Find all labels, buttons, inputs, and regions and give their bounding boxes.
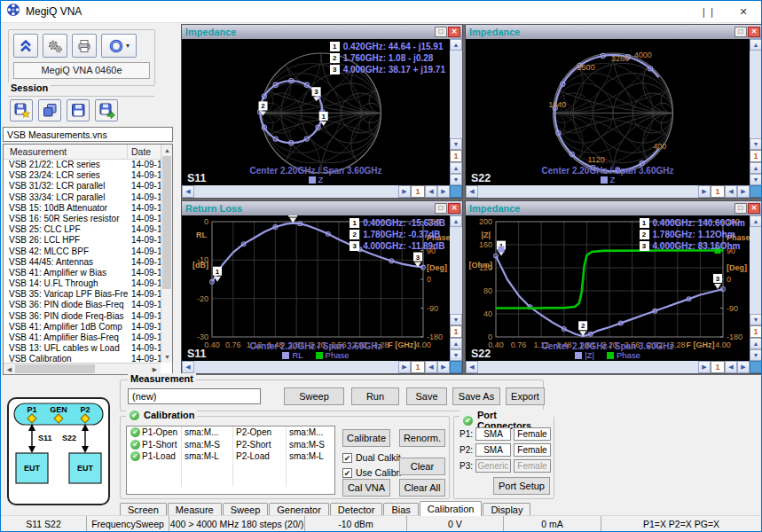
port-type-box[interactable]: SMA	[475, 427, 511, 441]
chart-vertical-scrollbar[interactable]: ▲▼1▲▼	[450, 215, 462, 361]
calibration-row[interactable]: ✔P1-Opensma:M...P2-Opensma:M...	[127, 426, 334, 439]
measurement-list-row[interactable]: VSB 13: UFL cables w Load14-09-1	[4, 343, 161, 354]
trace-page-number[interactable]: 1	[750, 150, 762, 162]
measurement-list-row[interactable]: VSB 35: Varicap LPF Bias-Freq14-09-1	[4, 289, 161, 300]
scroll-left-arrow-icon[interactable]: ◀	[182, 361, 194, 373]
connect-button[interactable]	[13, 34, 38, 58]
chart-vertical-scrollbar[interactable]: ▲▼1▲▼	[750, 215, 762, 361]
measurement-list-row[interactable]: VSB 26: LCL HPF14-09-1	[4, 235, 161, 246]
scroll-up-arrow-icon[interactable]: ▲	[750, 39, 762, 51]
chart-window-titlebar[interactable]: Impedance□✕	[182, 25, 462, 39]
scroll-right-arrow-icon[interactable]: ▶	[437, 361, 450, 373]
scroll-right-arrow-icon[interactable]: ▶	[398, 361, 411, 373]
trace-page-number[interactable]: 1	[411, 185, 425, 198]
checkbox-icon[interactable]: ✔	[342, 468, 352, 478]
port-gender-box[interactable]: Female	[514, 459, 551, 473]
scroll-right-arrow-icon[interactable]: ▶	[437, 185, 450, 198]
close-button[interactable]: ✕	[748, 203, 760, 214]
chart-horizontal-scrollbar[interactable]: ◀▶1◀▶	[466, 361, 762, 373]
save-button[interactable]: Save	[406, 387, 447, 405]
scroll-right-arrow-icon[interactable]: ▶	[737, 185, 750, 198]
scroll-track[interactable]	[450, 227, 462, 314]
scroll-left-arrow-icon[interactable]: ◀	[725, 361, 737, 373]
scroll-down-arrow-icon[interactable]: ▼	[450, 138, 462, 150]
port-gender-box[interactable]: Female	[514, 427, 551, 441]
session-file-input[interactable]	[3, 127, 173, 142]
close-button[interactable]: ✕	[448, 27, 460, 37]
run-button[interactable]: Run	[351, 387, 399, 405]
close-button[interactable]: ✕	[748, 27, 760, 37]
close-button[interactable]: ✕	[726, 1, 761, 22]
cal-vna-button[interactable]: Cal VNA	[342, 479, 390, 497]
scroll-down-arrow-icon[interactable]: ▼	[750, 174, 762, 185]
chart-horizontal-scrollbar[interactable]: ◀▶1◀▶	[182, 361, 462, 373]
chart-horizontal-scrollbar[interactable]: ◀▶1◀▶	[466, 185, 762, 198]
scroll-up-arrow-icon[interactable]: ▲	[750, 162, 762, 174]
scroll-left-arrow-icon[interactable]: ◀	[466, 361, 478, 373]
port-type-box[interactable]: Generic	[475, 459, 511, 473]
scroll-track[interactable]	[450, 51, 462, 138]
measurement-list-row[interactable]: VSB 31/32: LCR parallel14-09-1	[4, 181, 161, 192]
scroll-left-arrow-icon[interactable]: ◀	[425, 185, 437, 198]
scroll-down-arrow-icon[interactable]: ▼	[450, 174, 462, 185]
scroll-right-arrow-icon[interactable]: ▶	[698, 361, 711, 373]
scroll-down-arrow-icon[interactable]: ▼	[750, 349, 762, 361]
calibration-row[interactable]: ✔P1-Loadsma:M-LP2-Loadsma:M-L	[127, 450, 334, 463]
measurement-list-row[interactable]: VSB 36: PIN diode Bias-Freq14-09-1	[4, 300, 161, 310]
open-session-button[interactable]	[38, 99, 61, 121]
port-type-box[interactable]: SMA	[475, 443, 511, 457]
scroll-left-arrow-icon[interactable]: ◀	[466, 185, 478, 198]
measurement-list-row[interactable]: VSB 44/45: Antennas14-09-1	[4, 257, 161, 268]
clear-all-button[interactable]: Clear All	[399, 479, 445, 497]
scroll-track[interactable]	[194, 361, 398, 373]
column-header-measurement[interactable]: Measurement	[4, 145, 128, 159]
port-gender-box[interactable]: Female	[514, 443, 551, 457]
checkbox-use-calibr-[interactable]: ✔Use Calibr.	[342, 467, 401, 478]
scroll-track[interactable]	[194, 185, 398, 198]
port-setup-button[interactable]: Port Setup	[493, 477, 550, 495]
trace-page-number[interactable]: 1	[411, 361, 425, 373]
measurement-list-row[interactable]: VSB 15: 10dB Attenuator14-09-1	[4, 203, 161, 214]
measurement-name-input[interactable]	[128, 388, 261, 404]
new-session-button[interactable]	[10, 99, 33, 121]
scroll-track[interactable]	[478, 361, 698, 373]
titlebar[interactable]: MegiQ VNA ❘❘ ✕	[1, 1, 761, 23]
measurement-list-row[interactable]: VSB 41: Amplifier Bias-Freq14-09-1	[4, 332, 161, 343]
save-as-button[interactable]: Save As	[452, 387, 500, 405]
measurement-list-row[interactable]: VSB 14: U.FL Through14-09-1	[4, 278, 161, 289]
tab-sweep[interactable]: Sweep	[223, 503, 269, 516]
export-button[interactable]: Export	[506, 387, 545, 405]
measurement-list-row[interactable]: VSB 21/22: LCR series14-09-1	[4, 160, 161, 170]
scroll-right-arrow-icon[interactable]: ▶	[737, 361, 750, 373]
scroll-track[interactable]	[750, 227, 762, 314]
trace-page-number[interactable]: 1	[711, 185, 725, 198]
measurement-list-header[interactable]: Measurement Date	[4, 145, 172, 160]
scroll-down-arrow-icon[interactable]: ▼	[450, 314, 462, 325]
measurement-list-row[interactable]: VSB 25: CLC LPF14-09-1	[4, 224, 161, 235]
save-session-button[interactable]	[67, 99, 90, 121]
scroll-down-arrow-icon[interactable]: ▼	[750, 314, 762, 325]
measurement-list-row[interactable]: VSB 41: Amplifier w Bias14-09-1	[4, 268, 161, 278]
scroll-down-arrow-icon[interactable]: ▼	[750, 138, 762, 150]
scroll-down-arrow-icon[interactable]: ▼	[450, 349, 462, 361]
measurement-list-row[interactable]: VSB 41: Amplifier 1dB Comp14-09-1	[4, 322, 161, 332]
chart-horizontal-scrollbar[interactable]: ◀▶1◀▶	[182, 185, 462, 198]
maximize-button[interactable]: □	[735, 203, 747, 214]
scroll-up-arrow-icon[interactable]: ▲	[750, 338, 762, 349]
scroll-up-arrow-icon[interactable]: ▲	[750, 215, 762, 227]
close-button[interactable]: ✕	[448, 203, 460, 214]
maximize-button[interactable]: □	[735, 27, 747, 37]
dropdown-arrow-icon[interactable]: ▾	[126, 42, 130, 50]
tab-calibration[interactable]: Calibration	[420, 501, 483, 516]
maximize-button[interactable]: □	[435, 27, 447, 37]
scroll-right-arrow-icon[interactable]: ▶	[398, 185, 411, 198]
measurement-list-row[interactable]: VSB 36: PIN diode Freq-Bias14-09-1	[4, 311, 161, 322]
chart-window-titlebar[interactable]: Return Loss□✕	[182, 201, 462, 215]
scroll-left-arrow-icon[interactable]: ◀	[725, 185, 737, 198]
scroll-left-arrow-icon[interactable]: ◀	[182, 185, 194, 198]
tab-detector[interactable]: Detector	[330, 503, 383, 516]
record-button[interactable]: ▾	[101, 34, 137, 58]
measurement-list-row[interactable]: VSB 23/24: LCR series14-09-1	[4, 170, 161, 181]
chart-vertical-scrollbar[interactable]: ▲▼1▲▼	[450, 39, 462, 185]
chart-window-titlebar[interactable]: Impedance□✕	[466, 201, 762, 215]
